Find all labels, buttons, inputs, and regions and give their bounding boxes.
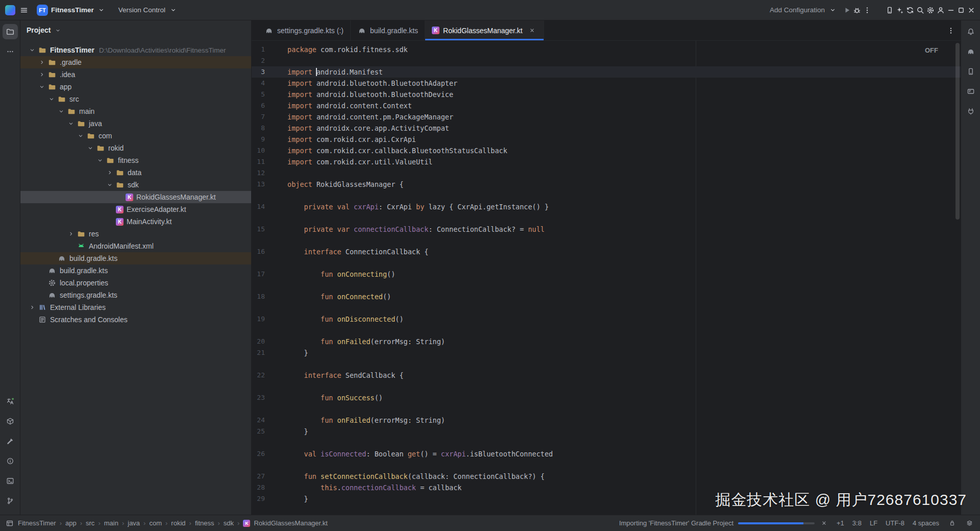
- chevron-down-icon[interactable]: [66, 119, 76, 128]
- tree-item-androidmanifest-xml[interactable]: AndroidManifest.xml: [20, 240, 251, 252]
- breadcrumb-item-fitnesstimer[interactable]: FitnessTimer: [18, 519, 56, 527]
- tab-options-icon[interactable]: [946, 26, 955, 35]
- line-number[interactable]: 3: [252, 66, 265, 78]
- code-line-blank[interactable]: [252, 437, 961, 448]
- tree-item-idea[interactable]: .idea: [20, 68, 251, 81]
- code-line-27[interactable]: 27 fun setConnectionCallback(callback: C…: [252, 471, 961, 482]
- line-number[interactable]: 18: [252, 291, 265, 302]
- cancel-progress-icon[interactable]: [819, 519, 828, 528]
- chevron-down-icon[interactable]: [28, 45, 37, 55]
- main-menu-icon[interactable]: [19, 6, 29, 15]
- breadcrumb-item-rokid[interactable]: rokid: [171, 519, 185, 527]
- line-number[interactable]: 20: [252, 336, 265, 347]
- tree-item-local-properties[interactable]: local.properties: [20, 277, 251, 289]
- code-line-13[interactable]: 13object RokidGlassesManager {: [252, 179, 961, 190]
- running-devices-button[interactable]: [963, 84, 978, 99]
- code-line-10[interactable]: 10import com.rokid.cxr.callback.Bluetoot…: [252, 145, 961, 156]
- code-line-blank[interactable]: [252, 212, 961, 224]
- code-line-blank[interactable]: [252, 381, 961, 392]
- chevron-down-icon[interactable]: [37, 82, 46, 91]
- tree-item-res[interactable]: res: [20, 228, 251, 240]
- chevron-right-icon[interactable]: [37, 58, 46, 67]
- tab-rokidglassesmanager-kt[interactable]: KRokidGlassesManager.kt: [425, 20, 544, 40]
- code-line-blank[interactable]: [252, 302, 961, 313]
- tab-settings-gradle-kts[interactable]: settings.gradle.kts (:): [258, 20, 351, 40]
- settings-icon[interactable]: [926, 6, 935, 15]
- chevron-right-icon[interactable]: [66, 229, 76, 238]
- window-minimize-button[interactable]: [946, 6, 955, 15]
- more-tool-windows-button[interactable]: [3, 44, 18, 59]
- tree-item-scratches-and-consoles[interactable]: Scratches and Consoles: [20, 313, 251, 326]
- tree-item-sdk[interactable]: sdk: [20, 179, 251, 191]
- project-tool-button[interactable]: [3, 24, 18, 39]
- services-tool-button[interactable]: [3, 414, 18, 429]
- line-number[interactable]: 1: [252, 44, 265, 55]
- code-line-11[interactable]: 11import com.rokid.cxr.util.ValueUtil: [252, 156, 961, 167]
- line-separator-widget[interactable]: LF: [870, 519, 877, 527]
- tree-item-fitness[interactable]: fitness: [20, 154, 251, 166]
- line-number[interactable]: 7: [252, 111, 265, 123]
- line-number[interactable]: 26: [252, 448, 265, 460]
- chevron-down-icon[interactable]: [105, 180, 114, 189]
- ai-assistant-icon[interactable]: [895, 6, 904, 15]
- tree-item-build-gradle-kts[interactable]: build.gradle.kts: [20, 264, 251, 277]
- code-line-blank[interactable]: [252, 235, 961, 246]
- code-line-blank[interactable]: [252, 280, 961, 291]
- line-number[interactable]: 23: [252, 392, 265, 403]
- tree-item-src[interactable]: src: [20, 93, 251, 105]
- code-line-blank[interactable]: [252, 257, 961, 269]
- code-line-21[interactable]: 21 }: [252, 347, 961, 358]
- code-line-blank[interactable]: [252, 325, 961, 336]
- run-button[interactable]: [842, 6, 851, 15]
- line-number[interactable]: 5: [252, 89, 265, 100]
- line-number[interactable]: 13: [252, 179, 265, 190]
- ide-logo-icon[interactable]: [5, 5, 15, 15]
- code-line-1[interactable]: 1package com.rokid.fitness.sdk: [252, 44, 961, 55]
- notifications-button[interactable]: [963, 24, 978, 39]
- tree-item-java[interactable]: java: [20, 117, 251, 130]
- code-line-14[interactable]: 14 private val cxrApi: CxrApi by lazy { …: [252, 201, 961, 212]
- breadcrumb-item-sdk[interactable]: sdk: [224, 519, 234, 527]
- chevron-down-icon[interactable]: [95, 156, 105, 165]
- tree-item-build-gradle-kts[interactable]: build.gradle.kts: [20, 252, 251, 264]
- chevron-down-icon[interactable]: [76, 131, 85, 140]
- line-number[interactable]: 11: [252, 156, 265, 167]
- line-number[interactable]: 21: [252, 347, 265, 358]
- project-widget[interactable]: FT FitnessTimer: [33, 2, 110, 18]
- line-number[interactable]: 2: [252, 55, 265, 66]
- code-line-blank[interactable]: [252, 358, 961, 370]
- breadcrumb-item-main[interactable]: main: [104, 519, 118, 527]
- problems-tool-button[interactable]: [3, 453, 18, 469]
- settings-sync-icon[interactable]: [905, 6, 915, 15]
- line-number[interactable]: 6: [252, 100, 265, 111]
- search-everywhere-icon[interactable]: [916, 6, 925, 15]
- code-line-24[interactable]: 24 fun onFailed(errorMsg: String): [252, 415, 961, 426]
- code-editor[interactable]: 1package com.rokid.fitness.sdk23import a…: [252, 41, 961, 515]
- code-line-blank[interactable]: [252, 190, 961, 201]
- run-configuration-widget[interactable]: Add Configuration: [766, 3, 841, 17]
- version-control-tool-button[interactable]: [3, 493, 18, 509]
- line-number[interactable]: 29: [252, 493, 265, 504]
- code-line-3[interactable]: 3import android.Manifest: [252, 66, 961, 78]
- breadcrumb-item-app[interactable]: app: [65, 519, 77, 527]
- chevron-right-icon[interactable]: [105, 168, 114, 177]
- line-number[interactable]: 22: [252, 370, 265, 381]
- code-line-12[interactable]: 12: [252, 167, 961, 179]
- line-number[interactable]: 14: [252, 201, 265, 212]
- encoding-widget[interactable]: UTF-8: [886, 519, 904, 527]
- tab-close-icon[interactable]: [528, 26, 537, 35]
- more-actions-icon[interactable]: [863, 6, 872, 15]
- breadcrumb-item-rokidglassesmanager-kt[interactable]: RokidGlassesManager.kt: [254, 519, 328, 527]
- code-line-25[interactable]: 25 }: [252, 426, 961, 437]
- tree-item-settings-gradle-kts[interactable]: settings.gradle.kts: [20, 289, 251, 301]
- breadcrumb-item-com[interactable]: com: [149, 519, 162, 527]
- chevron-right-icon[interactable]: [37, 70, 46, 79]
- indent-widget[interactable]: 4 spaces: [913, 519, 939, 527]
- code-line-23[interactable]: 23 fun onSuccess(): [252, 392, 961, 403]
- breadcrumb-item-java[interactable]: java: [128, 519, 140, 527]
- extra-tasks-badge[interactable]: +1: [837, 519, 844, 527]
- translation-tool-button[interactable]: [3, 394, 18, 409]
- tree-item-gradle[interactable]: .gradle: [20, 56, 251, 68]
- code-line-19[interactable]: 19 fun onDisconnected(): [252, 313, 961, 325]
- tree-item-mainactivity-kt[interactable]: KMainActivity.kt: [20, 215, 251, 228]
